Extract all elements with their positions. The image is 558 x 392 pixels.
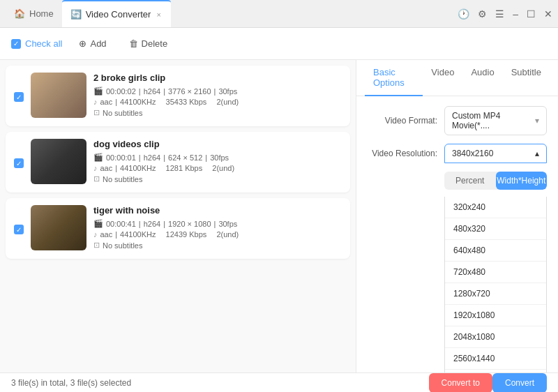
video-icon-1: 🎬 bbox=[93, 153, 103, 162]
file-audio-meta-1: ♪ aac | 44100KHz 1281 Kbps 2(und) bbox=[93, 164, 342, 172]
resolution-option-6[interactable]: 2048x1080 bbox=[445, 326, 546, 348]
home-tab[interactable]: 🏠 Home bbox=[6, 0, 62, 27]
window-controls: 🕐 ⚙ ☰ – ☐ ✕ bbox=[458, 8, 552, 20]
home-icon: 🏠 bbox=[14, 8, 25, 20]
resolution-option-4[interactable]: 1280x720 bbox=[445, 283, 546, 305]
file-name-1: dog videos clip bbox=[93, 139, 342, 149]
toggle-width-height[interactable]: Width*Height bbox=[496, 172, 548, 190]
status-text: 3 file(s) in total, 3 file(s) selected bbox=[11, 378, 131, 388]
file-audio-codec-2: aac bbox=[100, 230, 113, 239]
titlebar: 🏠 Home 🔄 Video Converter × 🕐 ⚙ ☰ – ☐ ✕ bbox=[0, 0, 558, 28]
audio-icon-0: ♪ bbox=[93, 98, 98, 106]
file-thumbnail-2 bbox=[31, 205, 86, 250]
file-checkbox-0[interactable]: ✓ bbox=[14, 92, 24, 102]
file-res-2: 1920 × 1080 bbox=[168, 220, 211, 228]
tab-audio[interactable]: Audio bbox=[462, 60, 502, 96]
history-icon[interactable]: 🕐 bbox=[458, 8, 469, 20]
resolution-option-1[interactable]: 480x320 bbox=[445, 218, 546, 240]
minimize-icon[interactable]: – bbox=[513, 8, 518, 20]
file-checkbox-1[interactable]: ✓ bbox=[14, 158, 24, 168]
tab-basic-options[interactable]: Basic Options bbox=[365, 60, 423, 96]
check-all-checkbox[interactable]: ✓ bbox=[11, 39, 21, 49]
file-info-2: tiger with noise 🎬 00:00:41 | h264 | 192… bbox=[93, 205, 342, 252]
file-name-2: tiger with noise bbox=[93, 205, 342, 216]
file-checkbox-2[interactable]: ✓ bbox=[14, 225, 24, 234]
maximize-icon[interactable]: ☐ bbox=[527, 8, 536, 20]
tab-close-icon[interactable]: × bbox=[155, 9, 162, 20]
file-codec-0: h264 bbox=[144, 87, 160, 96]
file-video-meta-0: 🎬 00:00:02 | h264 | 3776 × 2160 | 30fps bbox=[93, 86, 342, 96]
resolution-option-2[interactable]: 640x480 bbox=[445, 240, 546, 262]
tab-subtitle[interactable]: Subtitle bbox=[503, 60, 550, 96]
file-bitrate-0: 35433 Kbps bbox=[166, 98, 207, 106]
delete-icon: 🗑 bbox=[129, 38, 138, 49]
video-format-row: Video Format: Custom MP4 Movie(*.... ▾ bbox=[368, 106, 547, 135]
delete-label: Delete bbox=[142, 38, 168, 49]
file-subtitle-meta-2: ⊡ No subtitles bbox=[93, 241, 342, 250]
audio-icon-1: ♪ bbox=[93, 164, 98, 172]
toggle-percent[interactable]: Percent bbox=[444, 172, 496, 190]
file-thumbnail-1 bbox=[31, 139, 86, 184]
file-subtitle-meta-0: ⊡ No subtitles bbox=[93, 108, 342, 117]
file-subtitles-1: No subtitles bbox=[103, 175, 142, 183]
delete-button[interactable]: 🗑 Delete bbox=[123, 36, 174, 52]
check-all-button[interactable]: ✓ Check all bbox=[11, 38, 62, 49]
convert-to-button[interactable]: Convert to bbox=[429, 373, 492, 393]
settings-icon[interactable]: ⚙ bbox=[478, 8, 487, 20]
resolution-option-3[interactable]: 720x480 bbox=[445, 262, 546, 283]
file-codec-1: h264 bbox=[144, 153, 160, 162]
add-button[interactable]: ⊕ Add bbox=[73, 36, 112, 52]
file-res-0: 3776 × 2160 bbox=[168, 87, 211, 96]
video-resolution-row: Video Resolution: 3840x2160 ▴ bbox=[368, 144, 547, 163]
file-channels-1: 2(und) bbox=[212, 164, 234, 172]
video-converter-tab[interactable]: 🔄 Video Converter × bbox=[62, 0, 171, 27]
resolution-option-0[interactable]: 320x240 bbox=[445, 197, 546, 218]
file-audio-meta-0: ♪ aac | 44100KHz 35433 Kbps 2(und) bbox=[93, 98, 342, 106]
file-duration-1: 00:00:01 bbox=[106, 153, 136, 162]
close-icon[interactable]: ✕ bbox=[544, 8, 552, 20]
video-resolution-dropdown[interactable]: 3840x2160 ▴ bbox=[444, 144, 547, 163]
file-codec-2: h264 bbox=[144, 220, 160, 228]
file-video-meta-2: 🎬 00:00:41 | h264 | 1920 × 1080 | 30fps bbox=[93, 219, 342, 228]
tab-video[interactable]: Video bbox=[423, 60, 462, 96]
file-duration-0: 00:00:02 bbox=[106, 87, 136, 96]
converter-icon: 🔄 bbox=[70, 9, 82, 20]
video-format-value: Custom MP4 Movie(*.... bbox=[452, 111, 535, 130]
subtitle-icon-1: ⊡ bbox=[93, 174, 100, 183]
subtitle-icon-0: ⊡ bbox=[93, 108, 100, 117]
file-audio-codec-1: aac bbox=[100, 164, 113, 172]
file-audio-codec-0: aac bbox=[100, 98, 113, 106]
file-info-1: dog videos clip 🎬 00:00:01 | h264 | 624 … bbox=[93, 139, 342, 186]
panel-tabs: Basic Options Video Audio Subtitle bbox=[356, 60, 558, 96]
menu-icon[interactable]: ☰ bbox=[495, 8, 504, 20]
chevron-down-icon: ▾ bbox=[535, 116, 539, 126]
add-label: Add bbox=[90, 38, 106, 49]
main-content: ✓ 2 broke girls clip 🎬 00:00:02 | h264 |… bbox=[0, 60, 558, 372]
home-tab-label: Home bbox=[29, 8, 54, 19]
resolution-option-7[interactable]: 2560x1440 bbox=[445, 348, 546, 370]
file-subtitles-0: No subtitles bbox=[103, 109, 142, 117]
list-item: ✓ dog videos clip 🎬 00:00:01 | h264 | 62… bbox=[6, 132, 350, 193]
file-fps-2: 30fps bbox=[218, 220, 237, 228]
video-format-label: Video Format: bbox=[368, 116, 444, 126]
add-icon: ⊕ bbox=[79, 38, 86, 49]
resolution-option-5[interactable]: 1920x1080 bbox=[445, 305, 546, 326]
video-icon-2: 🎬 bbox=[93, 219, 103, 228]
video-format-dropdown[interactable]: Custom MP4 Movie(*.... ▾ bbox=[444, 106, 547, 135]
file-audio-rate-2: 44100KHz bbox=[120, 230, 156, 239]
convert-button[interactable]: Convert bbox=[492, 373, 547, 393]
file-name-0: 2 broke girls clip bbox=[93, 73, 342, 83]
file-fps-1: 30fps bbox=[210, 153, 229, 162]
file-info-0: 2 broke girls clip 🎬 00:00:02 | h264 | 3… bbox=[93, 73, 342, 119]
resolution-option-8[interactable]: 3840x2160 bbox=[445, 370, 546, 372]
file-audio-meta-2: ♪ aac | 44100KHz 12439 Kbps 2(und) bbox=[93, 230, 342, 239]
file-video-meta-1: 🎬 00:00:01 | h264 | 624 × 512 | 30fps bbox=[93, 153, 342, 162]
file-fps-0: 30fps bbox=[218, 87, 237, 96]
file-thumbnail-0 bbox=[31, 73, 86, 118]
resolution-dropdown-list: 320x240480x320640x480720x4801280x7201920… bbox=[444, 197, 547, 372]
statusbar: 3 file(s) in total, 3 file(s) selected C… bbox=[0, 372, 558, 392]
list-item: ✓ tiger with noise 🎬 00:00:41 | h264 | 1… bbox=[6, 198, 350, 259]
chevron-up-icon: ▴ bbox=[535, 149, 539, 158]
toolbar: ✓ Check all ⊕ Add 🗑 Delete bbox=[0, 28, 558, 60]
file-channels-0: 2(und) bbox=[216, 98, 239, 106]
